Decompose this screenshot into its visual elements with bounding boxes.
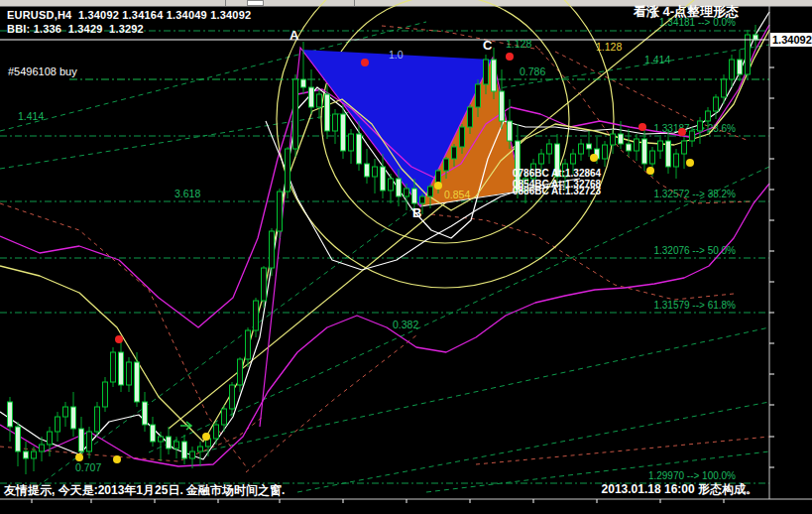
candle-body: [587, 144, 592, 149]
candle-body: [8, 402, 13, 427]
pattern-point-label: C: [483, 38, 493, 53]
ratio-label: 1.414: [18, 110, 44, 122]
ratio-label: 0.382: [393, 319, 418, 330]
candle-body: [714, 97, 719, 111]
candle-body: [365, 164, 370, 177]
magenta-lower-line: [0, 184, 769, 466]
candle-body: [325, 94, 330, 131]
sell-signal-dot: [361, 59, 369, 66]
candle-body: [40, 445, 45, 451]
candle-body: [48, 432, 53, 445]
candle-body: [167, 437, 172, 449]
candle-body: [508, 121, 513, 141]
dashed-line: [0, 203, 246, 466]
candle-body: [198, 447, 203, 451]
time-axis[interactable]: 4 Jan 20137 Jan 04:008 Jan 12:009 Jan 20…: [0, 499, 769, 514]
candle-body: [119, 352, 124, 385]
ratio-label: 0.707: [75, 461, 101, 473]
candle-body: [182, 442, 187, 458]
candle-body: [650, 151, 655, 164]
candle-body: [246, 330, 251, 359]
bc-ratio-label: 0786BC At:1.32864: [513, 168, 602, 179]
candle-body: [468, 107, 473, 127]
candle-body: [111, 352, 116, 382]
candle-body: [270, 231, 275, 268]
candle-body: [373, 167, 378, 177]
alert-signal-dot: [434, 182, 442, 190]
candle-body: [278, 192, 283, 231]
candle-body: [159, 437, 164, 442]
alert-signal-dot: [75, 453, 83, 461]
sell-signal-dot: [115, 335, 123, 343]
candle-body: [627, 144, 632, 151]
candle-body: [63, 407, 68, 417]
candle-body: [579, 144, 584, 154]
candle-body: [174, 442, 179, 449]
chart-canvas[interactable]: 1.34181 --> 0.0%1.33187 --> 23.6%1.32572…: [0, 0, 812, 514]
candle-body: [682, 141, 687, 154]
candle-body: [492, 60, 497, 91]
candle-body: [262, 268, 267, 301]
candle-body: [666, 141, 671, 167]
sell-signal-dot: [638, 123, 646, 131]
candle-body: [95, 407, 100, 432]
ratio-label: 1.414: [644, 54, 670, 65]
candle-body: [143, 402, 148, 425]
candle-body: [730, 60, 735, 79]
candle-body: [103, 382, 108, 407]
harmonic-pattern: [260, 48, 565, 427]
candle-body: [571, 154, 576, 164]
sell-signal-dot: [678, 128, 686, 136]
candle-body: [222, 409, 227, 425]
fib-level-label: 1.29970 --> 100.0%: [648, 470, 736, 481]
candle-body: [293, 79, 298, 149]
candle-body: [309, 87, 314, 107]
candle-body: [71, 407, 76, 429]
candle-body: [389, 179, 394, 191]
candle-body: [190, 451, 195, 458]
alert-signal-dot: [202, 433, 210, 441]
candle-body: [405, 189, 409, 196]
candle-body: [698, 121, 703, 131]
candle-body: [619, 134, 624, 144]
candle-body: [746, 35, 751, 74]
candle-body: [333, 114, 338, 131]
candle-body: [412, 189, 417, 203]
ratio-label: 1.128: [596, 41, 622, 53]
quote-symbol-line: EURUSD,H4 1.34092 1.34164 1.34049 1.3409…: [7, 9, 251, 21]
candle-body: [603, 145, 608, 159]
mt4-chart-window: 1.34181 --> 0.0%1.33187 --> 23.6%1.32572…: [0, 0, 812, 514]
fan-line: [203, 327, 769, 451]
current-price-box: 1.34092: [770, 33, 812, 47]
candle-body: [635, 139, 639, 151]
candle-body: [611, 134, 616, 145]
formation-time-note: 2013.01.18 16:00 形态构成。: [602, 481, 757, 498]
candle-body: [349, 134, 354, 151]
dashed-line: [431, 214, 734, 300]
candle-body: [24, 451, 29, 458]
candle-body: [127, 362, 132, 385]
candle-body: [738, 60, 743, 74]
trade-order-label: #5496108 buy: [8, 65, 77, 77]
fib-level-label: 1.31579 --> 61.8%: [653, 300, 736, 311]
candle-body: [428, 187, 433, 196]
candle-body: [79, 429, 84, 451]
dashed-line: [246, 335, 416, 472]
footer-note: 友情提示, 今天是:2013年1月25日. 金融市场时间之窗.: [4, 482, 285, 499]
price-axis[interactable]: 1.338251.335201.332151.329151.326101.323…: [769, 6, 812, 499]
candle-body: [381, 167, 386, 191]
candle-body: [658, 141, 663, 151]
candle-body: [151, 425, 156, 442]
ratio-label: 3.618: [174, 188, 200, 199]
bc-ratio-annotations: 0786BC At:1.328640854BC At:1.327680886BC…: [513, 168, 602, 196]
candle-body: [484, 60, 489, 84]
candle-body: [460, 127, 465, 147]
candle-body: [301, 79, 306, 87]
candle-body: [254, 301, 259, 330]
candle-body: [754, 35, 758, 40]
candle-body: [32, 451, 37, 458]
alert-signal-dot: [686, 159, 694, 167]
candle-body: [539, 154, 544, 164]
quote-bbi-line: BBI: 1.336 1.3429 1.3292: [7, 23, 144, 35]
candle-body: [690, 131, 695, 141]
